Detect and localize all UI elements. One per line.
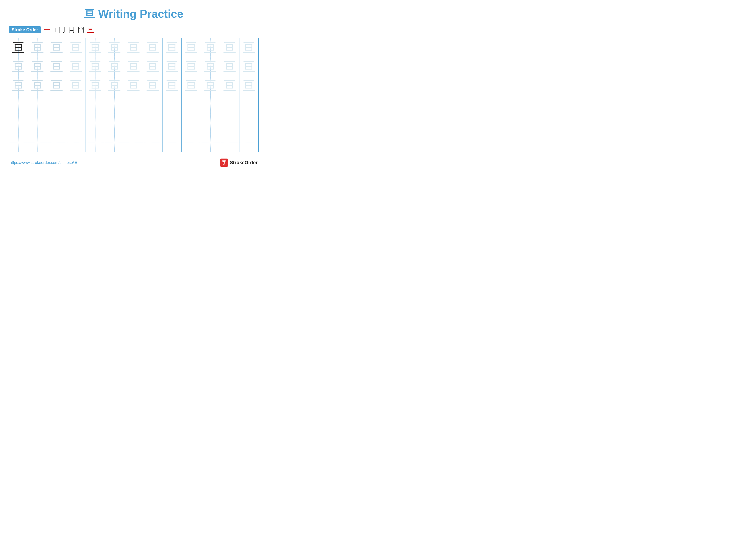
- grid-cell: 亘: [28, 76, 47, 95]
- char-faint: 亘: [242, 78, 256, 93]
- grid-cell: [162, 114, 182, 133]
- grid-cell: [143, 133, 162, 152]
- grid-cell: 亘: [86, 76, 105, 95]
- grid-cell: 亘: [28, 38, 47, 57]
- char-ghost: 亘: [50, 60, 63, 74]
- grid-cell: 亘: [105, 76, 124, 95]
- footer-logo-icon: 字: [220, 159, 228, 167]
- grid-cell: 亘: [9, 38, 28, 57]
- grid-cell: 亘: [124, 57, 143, 76]
- char-faint: 亘: [242, 40, 256, 55]
- char-faint: 亘: [223, 40, 236, 55]
- grid-cell: [47, 95, 67, 114]
- grid-cell: 亘: [201, 57, 220, 76]
- char-ghost: 亘: [50, 78, 63, 93]
- grid-row-3: 亘 亘 亘 亘 亘 亘 亘 亘 亘: [9, 76, 258, 95]
- grid-cell: [220, 95, 239, 114]
- stroke-seq-5: 囧: [78, 25, 84, 34]
- stroke-seq-2: 𠄌: [53, 26, 56, 34]
- char-faint: 亘: [146, 78, 159, 93]
- char-faint: 亘: [69, 78, 82, 93]
- char-faint: 亘: [242, 60, 256, 74]
- grid-row-1: 亘 亘 亘 亘 亘 亘 亘 亘 亘: [9, 38, 258, 57]
- char-faint: 亘: [89, 40, 102, 55]
- grid-cell: 亘: [220, 38, 239, 57]
- grid-cell: 亘: [9, 76, 28, 95]
- grid-cell: [143, 95, 162, 114]
- grid-cell: [86, 114, 105, 133]
- grid-cell: 亘: [67, 38, 86, 57]
- grid-cell: [9, 133, 28, 152]
- grid-cell: [143, 114, 162, 133]
- grid-cell: [162, 95, 182, 114]
- grid-cell: [124, 133, 143, 152]
- page-title: 亘 Writing Practice: [9, 7, 258, 21]
- grid-cell: 亘: [162, 76, 182, 95]
- footer-brand: 字 StrokeOrder: [220, 159, 257, 167]
- grid-cell: 亘: [67, 57, 86, 76]
- grid-cell: 亘: [162, 38, 182, 57]
- char-faint: 亘: [185, 60, 198, 74]
- char-faint: 亘: [127, 40, 140, 55]
- char-faint: 亘: [204, 60, 217, 74]
- char-faint: 亘: [146, 40, 159, 55]
- grid-cell: [201, 114, 220, 133]
- char-faint: 亘: [108, 40, 121, 55]
- char-ghost: 亘: [12, 78, 25, 93]
- grid-cell: [182, 133, 201, 152]
- grid-cell: [67, 114, 86, 133]
- grid-cell: 亘: [239, 76, 258, 95]
- grid-cell: [124, 114, 143, 133]
- grid-cell: 亘: [201, 38, 220, 57]
- grid-cell: [9, 95, 28, 114]
- char-faint: 亘: [204, 40, 217, 55]
- grid-cell: 亘: [47, 57, 67, 76]
- grid-cell: 亘: [28, 57, 47, 76]
- char-faint: 亘: [108, 78, 121, 93]
- stroke-seq-4: 冃: [68, 25, 75, 34]
- grid-cell: 亘: [124, 38, 143, 57]
- grid-cell: 亘: [124, 76, 143, 95]
- char-faint: 亘: [89, 78, 102, 93]
- grid-cell: 亘: [143, 76, 162, 95]
- grid-cell: 亘: [239, 38, 258, 57]
- char-ghost: 亘: [12, 60, 25, 74]
- char-ghost: 亘: [31, 40, 44, 55]
- char-faint: 亘: [69, 40, 82, 55]
- grid-cell: [239, 133, 258, 152]
- grid-cell: [67, 133, 86, 152]
- grid-cell: [105, 133, 124, 152]
- grid-cell: 亘: [220, 76, 239, 95]
- grid-cell: [220, 133, 239, 152]
- grid-cell: [47, 114, 67, 133]
- grid-cell: [124, 95, 143, 114]
- char-faint: 亘: [166, 60, 178, 74]
- footer-url[interactable]: https://www.strokeorder.com/chinese/亘: [10, 160, 78, 165]
- grid-cell: 亘: [162, 57, 182, 76]
- footer: https://www.strokeorder.com/chinese/亘 字 …: [9, 159, 258, 167]
- char-faint: 亘: [223, 78, 236, 93]
- grid-cell: [86, 95, 105, 114]
- grid-cell: [239, 114, 258, 133]
- char-faint: 亘: [127, 60, 140, 74]
- grid-cell: 亘: [105, 38, 124, 57]
- char-faint: 亘: [69, 60, 82, 74]
- char-faint: 亘: [185, 40, 198, 55]
- grid-cell: 亘: [143, 57, 162, 76]
- stroke-seq-3: 冂: [59, 25, 65, 34]
- grid-cell: 亘: [143, 38, 162, 57]
- grid-cell: [105, 114, 124, 133]
- footer-brand-name: StrokeOrder: [230, 160, 257, 165]
- grid-row-6: [9, 133, 258, 152]
- char-faint: 亘: [185, 78, 198, 93]
- grid-cell: 亘: [182, 38, 201, 57]
- char-faint: 亘: [204, 78, 217, 93]
- char-faint: 亘: [223, 60, 236, 74]
- grid-cell: [220, 114, 239, 133]
- stroke-sequence: 一 𠄌 冂 冃 囧 亘: [44, 25, 94, 34]
- char-faint: 亘: [108, 60, 121, 74]
- grid-cell: [182, 95, 201, 114]
- grid-cell: 亘: [220, 57, 239, 76]
- grid-cell: [67, 95, 86, 114]
- char-faint: 亘: [127, 78, 140, 93]
